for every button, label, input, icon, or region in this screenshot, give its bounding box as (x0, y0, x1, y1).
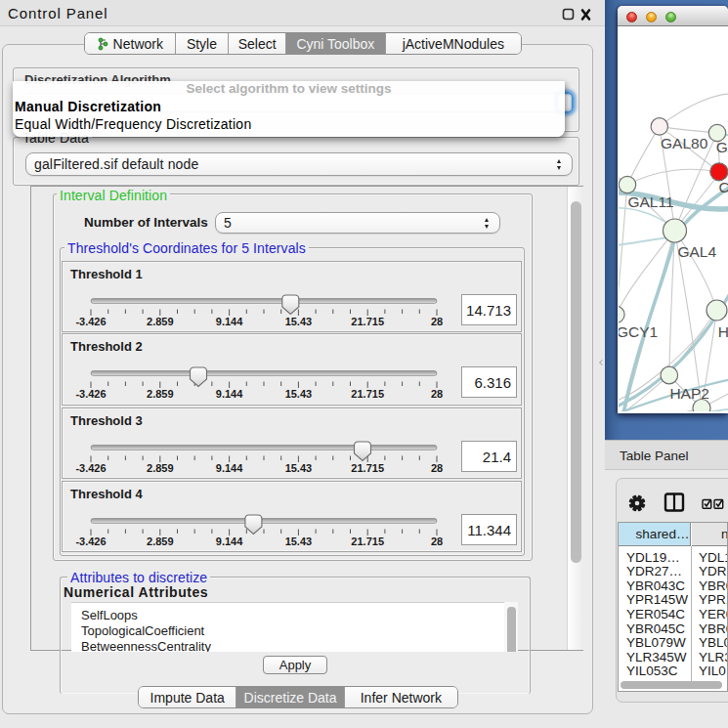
svg-text:-3.426: -3.426 (75, 462, 106, 474)
svg-text:2.859: 2.859 (147, 316, 174, 327)
svg-text:9.144: 9.144 (216, 535, 243, 547)
svg-text:28: 28 (431, 535, 443, 547)
svg-text:2.859: 2.859 (147, 462, 174, 474)
svg-text:-3.426: -3.426 (75, 316, 106, 327)
svg-text:GA: GA (716, 139, 728, 155)
svg-text:GCY1: GCY1 (619, 323, 658, 340)
svg-text:15.43: 15.43 (285, 316, 313, 327)
svg-text:9.144: 9.144 (216, 462, 243, 474)
svg-text:28: 28 (431, 316, 443, 327)
svg-text:GAL11: GAL11 (627, 193, 673, 210)
svg-text:HAP2: HAP2 (669, 385, 709, 402)
svg-text:28: 28 (431, 388, 443, 400)
svg-text:21.715: 21.715 (351, 316, 384, 327)
svg-text:2.859: 2.859 (147, 535, 174, 547)
svg-text:9.144: 9.144 (216, 388, 243, 400)
svg-text:GAL4: GAL4 (677, 243, 716, 260)
svg-text:21.715: 21.715 (351, 462, 384, 474)
svg-text:21.715: 21.715 (351, 535, 384, 547)
svg-text:HI: HI (718, 323, 728, 340)
svg-text:15.43: 15.43 (285, 462, 313, 474)
svg-text:-3.426: -3.426 (75, 535, 106, 547)
svg-text:-3.426: -3.426 (75, 388, 106, 400)
svg-text:C: C (718, 179, 728, 195)
svg-text:21.715: 21.715 (351, 388, 384, 400)
svg-text:2.859: 2.859 (147, 388, 174, 400)
svg-text:28: 28 (431, 462, 443, 474)
svg-text:GAL80: GAL80 (661, 135, 708, 151)
svg-text:15.43: 15.43 (285, 388, 313, 400)
svg-text:15.43: 15.43 (285, 535, 313, 547)
svg-text:9.144: 9.144 (216, 316, 243, 327)
